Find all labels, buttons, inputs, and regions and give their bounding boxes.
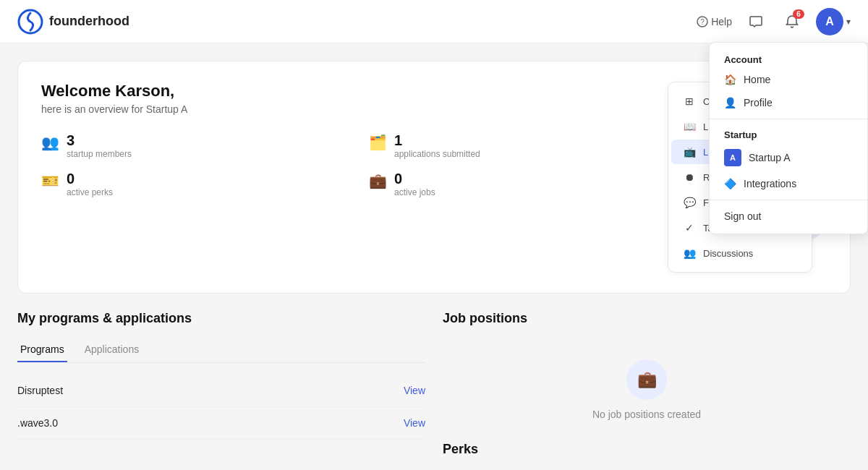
welcome-left: Welcome Karson, here is an overview for … <box>41 82 668 273</box>
chat-icon <box>749 14 763 29</box>
nav-item-discussions[interactable]: 👥 Discussions <box>671 241 809 265</box>
stat-applications-content: 1 applications submitted <box>394 132 480 159</box>
header: founderhood ? Help 6 A ▾ <box>0 0 868 43</box>
startup-section-title: Startup <box>710 124 867 143</box>
logo-area: founderhood <box>17 9 697 35</box>
account-dropdown-menu: Account 🏠 Home 👤 Profile Startup A Start… <box>709 42 868 234</box>
right-panels: Job positions 💼 No job positions created… <box>443 311 851 469</box>
applications-label: applications submitted <box>394 149 480 159</box>
logo-icon <box>17 9 43 35</box>
job-positions-title: Job positions <box>443 311 851 326</box>
bottom-section: My programs & applications Programs Appl… <box>17 311 851 469</box>
discussions-icon: 👥 <box>683 247 696 259</box>
integrations-menu-item[interactable]: 🔷 Integrations <box>710 172 867 195</box>
job-positions-empty-text: No job positions created <box>592 409 701 420</box>
applications-count: 1 <box>394 132 480 149</box>
stats-grid: 👥 3 startup members 🗂️ 1 applications su… <box>41 132 668 197</box>
avatar-dropdown[interactable]: A ▾ <box>816 8 851 35</box>
stat-jobs: 💼 0 active jobs <box>369 171 668 197</box>
perks-title: Perks <box>443 442 851 457</box>
avatar[interactable]: A <box>816 8 843 35</box>
briefcase-icon: 💼 <box>637 370 657 389</box>
account-section-title: Account <box>710 48 867 68</box>
programs-section: My programs & applications Programs Appl… <box>17 311 425 469</box>
stat-jobs-content: 0 active jobs <box>394 171 435 197</box>
startup-menu-item[interactable]: A Startup A <box>710 143 867 172</box>
startup-avatar: A <box>724 149 741 166</box>
tab-programs[interactable]: Programs <box>17 338 67 362</box>
list-item: .wave3.0 View <box>17 407 425 440</box>
program-name-wave3: .wave3.0 <box>17 417 58 429</box>
logo-text: founderhood <box>49 14 129 29</box>
help-button[interactable]: ? Help <box>697 16 732 27</box>
perks-icon: 🎫 <box>41 172 59 189</box>
tasks-icon: ✓ <box>683 222 696 234</box>
program-name-disruptest: Disruptest <box>17 385 63 396</box>
profile-menu-item[interactable]: 👤 Profile <box>710 91 867 114</box>
view-wave3-link[interactable]: View <box>404 417 425 429</box>
tab-applications[interactable]: Applications <box>82 338 142 362</box>
briefcase-icon-circle: 💼 <box>626 359 667 400</box>
svg-text:?: ? <box>700 18 705 26</box>
stat-perks-content: 0 active perks <box>67 171 113 197</box>
members-count: 3 <box>67 132 132 149</box>
welcome-title: Welcome Karson, <box>41 82 668 101</box>
jobs-icon: 💼 <box>369 172 387 189</box>
jobs-label: active jobs <box>394 187 435 197</box>
overview-icon: ⊞ <box>683 95 696 107</box>
welcome-subtitle: here is an overview for Startup A <box>41 103 668 115</box>
job-positions-empty-state: 💼 No job positions created <box>443 338 851 442</box>
dropdown-divider-1 <box>710 119 867 119</box>
stat-applications: 🗂️ 1 applications submitted <box>369 132 668 159</box>
programs-section-title: My programs & applications <box>17 311 425 326</box>
nav-label-discussions: Discussions <box>703 248 753 259</box>
stat-members: 👥 3 startup members <box>41 132 340 159</box>
view-disruptest-link[interactable]: View <box>404 385 425 396</box>
recordings-icon: ⏺ <box>683 171 696 183</box>
perks-label: active perks <box>67 187 113 197</box>
stat-perks: 🎫 0 active perks <box>41 171 340 197</box>
chat-button[interactable] <box>744 9 768 34</box>
job-positions-panel: Job positions 💼 No job positions created <box>443 311 851 442</box>
home-menu-item[interactable]: 🏠 Home <box>710 68 867 91</box>
home-icon: 🏠 <box>724 74 736 85</box>
notification-badge: 6 <box>793 9 804 19</box>
list-item: Disruptest View <box>17 375 425 407</box>
library-icon: 📖 <box>683 121 696 132</box>
dropdown-divider-2 <box>710 200 867 200</box>
programs-list: Disruptest View .wave3.0 View <box>17 375 425 440</box>
programs-tabs: Programs Applications <box>17 338 425 363</box>
help-icon: ? <box>697 16 708 27</box>
live-icon: 📺 <box>683 146 696 158</box>
applications-icon: 🗂️ <box>369 134 387 151</box>
perks-panel: Perks <box>443 442 851 457</box>
members-label: startup members <box>67 149 132 159</box>
notifications-button[interactable]: 6 <box>780 9 804 34</box>
sign-out-menu-item[interactable]: Sign out <box>710 205 867 228</box>
header-right: ? Help 6 A ▾ <box>697 8 851 35</box>
chevron-down-icon: ▾ <box>846 17 851 27</box>
profile-icon: 👤 <box>724 97 736 108</box>
integrations-icon: 🔷 <box>724 178 736 189</box>
perks-count: 0 <box>67 171 113 187</box>
members-icon: 👥 <box>41 134 59 151</box>
forum-icon: 💬 <box>683 197 696 208</box>
stat-members-content: 3 startup members <box>67 132 132 159</box>
jobs-count: 0 <box>394 171 435 187</box>
